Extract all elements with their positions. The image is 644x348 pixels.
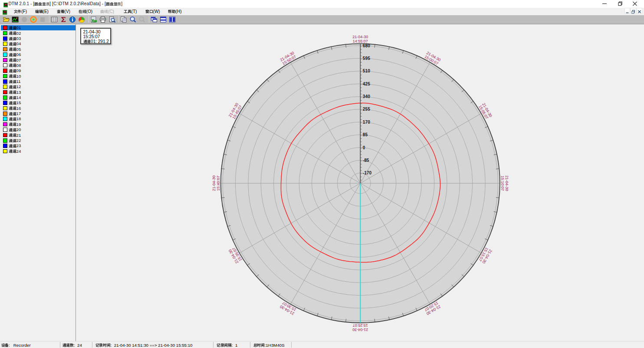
svg-text:0: 0 (363, 145, 365, 150)
svg-text:170: 170 (363, 119, 370, 124)
svg-text:595: 595 (363, 56, 370, 61)
svg-text:15:40:07: 15:40:07 (216, 175, 220, 190)
svg-text:340: 340 (363, 94, 370, 99)
svg-text:680: 680 (363, 43, 370, 48)
svg-text:14:55:07: 14:55:07 (353, 39, 368, 43)
svg-text:21-04-30: 21-04-30 (212, 175, 216, 191)
svg-text:-85: -85 (363, 158, 369, 162)
svg-text:21-04-30: 21-04-30 (352, 327, 368, 332)
svg-text:-170: -170 (363, 171, 372, 175)
svg-text:15:10:07: 15:10:07 (500, 175, 505, 190)
svg-text:85: 85 (363, 132, 368, 137)
svg-text:425: 425 (363, 81, 370, 86)
svg-text:510: 510 (363, 69, 370, 73)
svg-text:15:25:07: 15:25:07 (353, 323, 368, 327)
svg-text:21-04-30: 21-04-30 (505, 175, 509, 191)
svg-text:255: 255 (363, 107, 370, 112)
svg-text:21-04-30: 21-04-30 (352, 34, 368, 39)
